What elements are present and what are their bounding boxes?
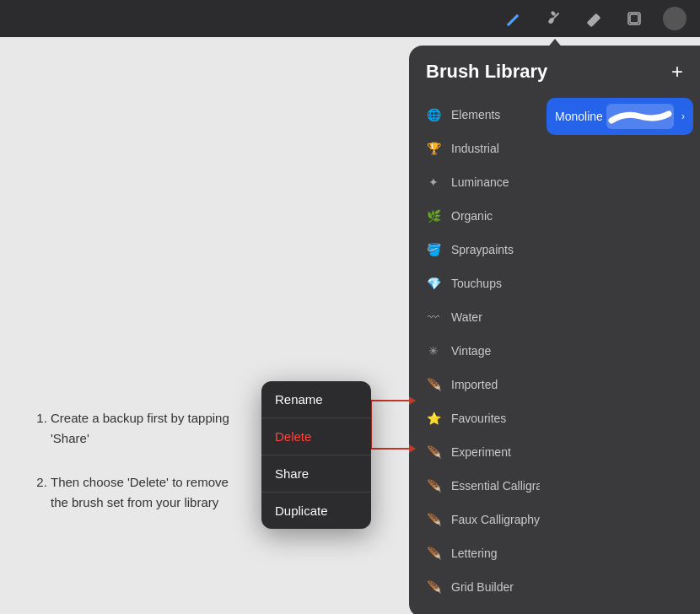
step-2: Then choose 'Delete' to remove the brush… [51, 472, 245, 513]
category-label: Luminance [451, 175, 509, 189]
category-icon: 🏆 [424, 139, 443, 158]
category-label: Organic [451, 209, 493, 223]
instructions-panel: Create a backup first by tapping 'Share'… [34, 408, 245, 536]
category-icon: 🪶 [424, 544, 443, 563]
category-label: Vintage [451, 344, 491, 358]
layers-icon[interactable] [622, 7, 646, 30]
category-label: Experiment [451, 445, 511, 459]
category-label: Essential Calligraphy [451, 479, 540, 493]
eraser-icon[interactable] [582, 7, 606, 30]
category-label: Touchups [451, 277, 502, 290]
category-item-faux-calligraphy[interactable]: 🪶Faux Calligraphy [412, 503, 536, 536]
top-toolbar [0, 0, 700, 37]
context-menu: RenameDeleteShareDuplicate [261, 381, 371, 529]
pen-icon[interactable] [501, 7, 525, 30]
category-item-imported[interactable]: 🪶Imported [412, 368, 536, 401]
category-list: 🌐Elements🏆Industrial✦Luminance🌿Organic🪣S… [409, 94, 540, 614]
arrow-bottom-horizontal [371, 448, 415, 450]
brush-library-panel: Brush Library + 🌐Elements🏆Industrial✦Lum… [409, 46, 700, 614]
category-label: Favourites [451, 412, 506, 425]
step-1: Create a backup first by tapping 'Share' [51, 408, 245, 449]
category-label: Lettering [451, 547, 497, 560]
context-menu-item-share[interactable]: Share [261, 455, 371, 493]
brush-stroke-preview [606, 104, 674, 129]
category-label: Grid Builder [451, 580, 514, 594]
category-icon: 🪶 [424, 578, 443, 596]
category-item-luminance[interactable]: ✦Luminance [412, 165, 536, 199]
svg-rect-1 [587, 13, 601, 27]
category-icon: 🪣 [424, 240, 443, 259]
category-item-essential-calligraphy[interactable]: 🪶Essential Calligraphy [412, 469, 536, 503]
brush-name: Monoline [555, 110, 603, 123]
category-icon: ⭐ [424, 409, 443, 428]
panel-title: Brush Library [426, 61, 547, 83]
add-brush-button[interactable]: + [671, 62, 683, 82]
brush-item-monoline[interactable]: Monoline › [547, 98, 693, 135]
steps-list: Create a backup first by tapping 'Share'… [34, 408, 245, 513]
category-item-favourites[interactable]: ⭐Favourites [412, 401, 536, 435]
svg-rect-3 [630, 14, 638, 23]
category-icon: ✦ [424, 173, 443, 191]
category-icon: 🪶 [424, 443, 443, 461]
category-icon: 〰 [424, 308, 443, 326]
avatar[interactable] [663, 7, 687, 30]
category-item-vintage[interactable]: ✳Vintage [412, 334, 536, 368]
category-label: Industrial [451, 142, 499, 155]
category-label: Faux Calligraphy [451, 513, 540, 526]
category-icon: 🪶 [424, 375, 443, 394]
category-label: Elements [451, 108, 500, 121]
category-item-spraypaints[interactable]: 🪣Spraypaints [412, 233, 536, 267]
arrow-top-horizontal [371, 400, 415, 401]
category-icon: 🌿 [424, 207, 443, 225]
category-label: Spraypaints [451, 243, 514, 256]
category-item-industrial[interactable]: 🏆Industrial [412, 132, 536, 165]
category-item-grid-builder[interactable]: 🪶Grid Builder [412, 570, 536, 604]
brush-list: Monoline › [540, 94, 700, 614]
category-item-touchups[interactable]: 💎Touchups [412, 267, 536, 300]
brush-icon[interactable] [541, 7, 565, 30]
category-icon: 🪶 [424, 477, 443, 495]
category-icon: ✳ [424, 342, 443, 360]
edit-icon: › [681, 110, 685, 122]
panel-header: Brush Library + [409, 46, 700, 94]
canvas-area: Brush Library + 🌐Elements🏆Industrial✦Lum… [0, 37, 700, 614]
category-item-organic[interactable]: 🌿Organic [412, 199, 536, 233]
category-label: Imported [451, 378, 498, 391]
context-menu-item-duplicate[interactable]: Duplicate [261, 493, 371, 529]
category-icon: 💎 [424, 274, 443, 293]
category-label: Water [451, 310, 482, 324]
category-item-lettering[interactable]: 🪶Lettering [412, 536, 536, 570]
category-item-experiment[interactable]: 🪶Experiment [412, 435, 536, 469]
category-icon: 🌐 [424, 105, 443, 124]
category-item-water[interactable]: 〰Water [412, 300, 536, 334]
category-icon: 🪶 [424, 510, 443, 529]
panel-body: 🌐Elements🏆Industrial✦Luminance🌿Organic🪣S… [409, 94, 700, 614]
category-item-elements[interactable]: 🌐Elements [412, 98, 536, 132]
category-item-essentials[interactable]: 🪶Essentials [412, 604, 536, 614]
context-menu-item-rename[interactable]: Rename [261, 381, 371, 418]
context-menu-item-delete[interactable]: Delete [261, 418, 371, 455]
